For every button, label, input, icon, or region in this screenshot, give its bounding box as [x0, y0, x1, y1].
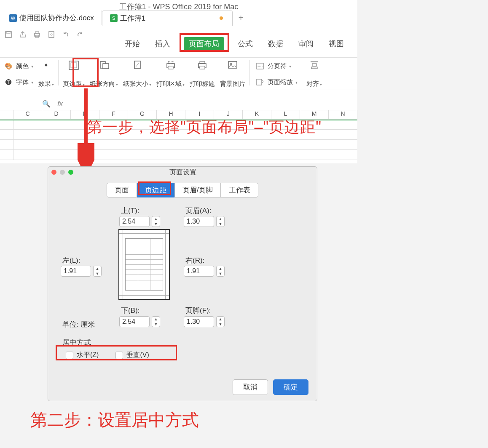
share-icon[interactable] — [19, 30, 27, 39]
tab-insert[interactable]: 插入 — [153, 37, 172, 51]
font-icon: 🅣 — [3, 77, 14, 87]
spinner-left-buttons[interactable]: ▲▼ — [93, 266, 102, 277]
dlg-tab-sheet[interactable]: 工作表 — [221, 183, 258, 197]
ribbon-background-label: 背景图片 — [220, 80, 245, 88]
ribbon-size-label: 纸张大小 — [123, 80, 148, 87]
doc-tab-label: 工作簿1 — [120, 13, 145, 23]
ribbon-print-area-label: 打印区域 — [156, 80, 182, 87]
cancel-button[interactable]: 取消 — [233, 379, 268, 395]
zoom-glass-icon[interactable]: 🔍 — [42, 100, 51, 108]
col-header[interactable]: C — [13, 110, 42, 120]
spinner-header-buttons[interactable]: ▲▼ — [216, 216, 225, 227]
svg-point-6 — [51, 34, 52, 35]
svg-rect-16 — [200, 66, 205, 69]
new-tab-button[interactable]: + — [233, 13, 249, 23]
save-icon[interactable] — [4, 30, 13, 39]
doc-tab-docx[interactable]: W 使用团队协作办公.docx — [2, 11, 102, 25]
label-top: 上(T): — [121, 206, 139, 216]
label-footer: 页脚(F): — [185, 306, 211, 315]
unit-label: 单位: 厘米 — [62, 320, 95, 329]
align-icon — [308, 60, 320, 70]
page-setup-dialog: 页面设置 页面 页边距 页眉/页脚 工作表 上(T): 2.54 ▲▼ 页眉(A… — [48, 166, 317, 401]
tab-review[interactable]: 审阅 — [297, 37, 315, 51]
svg-point-19 — [230, 63, 232, 65]
window-title: 工作簿1 - WPS Office 2019 for Mac — [0, 0, 357, 11]
preview-icon[interactable] — [47, 30, 56, 39]
spinner-bottom[interactable]: 2.54 — [119, 316, 150, 327]
svg-rect-10 — [103, 64, 109, 69]
spinner-footer[interactable]: 1.30 — [184, 316, 214, 327]
page-preview — [118, 229, 170, 300]
wps-main-window: 工作簿1 - WPS Office 2019 for Mac W 使用团队协作办… — [0, 0, 357, 163]
tab-start[interactable]: 开始 — [123, 37, 142, 51]
svg-rect-18 — [228, 61, 237, 68]
dlg-tab-page[interactable]: 页面 — [107, 183, 137, 197]
spinner-top-buttons[interactable]: ▲▼ — [152, 216, 160, 227]
undo-icon[interactable] — [62, 30, 70, 39]
ok-button[interactable]: 确定 — [273, 379, 308, 395]
doc-tab-workbook[interactable]: S 工作簿1 — [102, 11, 233, 26]
print-titles-icon — [196, 60, 208, 70]
print-area-icon — [165, 60, 177, 70]
spinner-right-buttons[interactable]: ▲▼ — [216, 266, 225, 277]
annotation-step1: 第一步，选择"页面布局"–"页边距" — [87, 117, 322, 138]
dialog-titlebar: 页面设置 — [48, 167, 317, 178]
label-header: 页眉(A): — [185, 206, 211, 216]
dlg-tab-headerfooter[interactable]: 页眉/页脚 — [174, 183, 221, 197]
col-header-blank[interactable] — [0, 110, 13, 120]
zoom-traffic-icon[interactable] — [68, 170, 73, 175]
sheet-icon: S — [110, 14, 118, 22]
dialog-title: 页面设置 — [73, 168, 292, 177]
spinner-right[interactable]: 1.91 — [184, 266, 214, 277]
svg-rect-22 — [257, 79, 262, 85]
minimize-traffic-icon[interactable] — [60, 170, 65, 175]
label-bottom: 下(B): — [121, 306, 139, 315]
ribbon-color-button[interactable]: 🎨颜色▾ — [3, 61, 33, 71]
print-icon[interactable] — [33, 30, 41, 39]
effect-icon: ✦ — [40, 60, 52, 70]
breaks-icon — [254, 61, 266, 71]
col-header[interactable]: D — [42, 110, 71, 120]
redo-icon[interactable] — [76, 30, 84, 39]
picture-icon — [227, 60, 239, 70]
spinner-left[interactable]: 1.91 — [61, 266, 91, 277]
ribbon-print-titles-label: 打印标题 — [190, 80, 215, 88]
doc-tab-label: 使用团队协作办公.docx — [19, 13, 94, 23]
dialog-buttons: 取消 确定 — [233, 379, 308, 395]
tab-data[interactable]: 数据 — [266, 37, 285, 51]
tab-view[interactable]: 视图 — [327, 37, 346, 51]
zoom-icon — [254, 77, 266, 87]
menu-tabs: 开始 插入 页面布局 公式 数据 审阅 视图 — [123, 37, 346, 51]
col-header[interactable]: N — [329, 110, 357, 120]
svg-rect-13 — [168, 66, 173, 69]
svg-rect-24 — [312, 64, 316, 66]
spinner-header[interactable]: 1.30 — [184, 216, 214, 227]
ribbon-background-button[interactable]: 背景图片 — [217, 60, 248, 88]
ribbon-breaks-button[interactable]: 分页符▾ — [254, 61, 298, 71]
ribbon-size-button[interactable]: 纸张大小▾ — [121, 60, 154, 88]
ribbon-align-label: 对齐 — [306, 80, 319, 87]
tab-formula[interactable]: 公式 — [236, 37, 255, 51]
ribbon-align-button[interactable]: 对齐▾ — [304, 60, 324, 88]
spinner-top[interactable]: 2.54 — [119, 216, 150, 227]
spinner-footer-buttons[interactable]: ▲▼ — [216, 316, 225, 327]
svg-rect-5 — [49, 32, 54, 37]
formula-bar[interactable]: 🔍 fx — [0, 98, 357, 110]
annotation-outline-center — [56, 345, 177, 360]
ribbon-effect-label: 效果 — [38, 80, 51, 87]
ribbon-print-area-button[interactable]: 打印区域▾ — [154, 60, 187, 88]
dialog-tabs: 页面 页边距 页眉/页脚 工作表 — [48, 183, 317, 197]
ribbon-zoom-button[interactable]: 页面缩放▾ — [254, 77, 298, 87]
annotation-outline-page-layout — [180, 33, 229, 52]
label-left: 左(L): — [62, 256, 80, 265]
ribbon-effect-button[interactable]: ✦ 效果▾ — [36, 60, 56, 88]
spinner-bottom-buttons[interactable]: ▲▼ — [152, 316, 160, 327]
ribbon-print-titles-button[interactable]: 打印标题 — [187, 60, 217, 88]
annotation-outline-margins-tab — [138, 181, 171, 195]
ribbon-font-button[interactable]: 🅣字体▾ — [3, 77, 33, 87]
annotation-arrow-icon — [78, 88, 94, 173]
ribbon-page-layout: 🎨颜色▾ 🅣字体▾ ✦ 效果▾ 页边距▾ 纸张方向▾ 纸张大小▾ 打印区域▾ 打… — [0, 57, 357, 90]
page-size-icon — [131, 60, 143, 70]
close-traffic-icon[interactable] — [51, 170, 56, 175]
fx-label: fx — [57, 100, 63, 108]
